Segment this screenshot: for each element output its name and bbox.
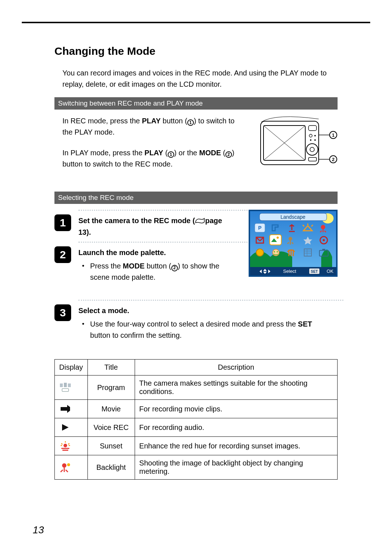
section-header-selecting: Selecting the REC mode bbox=[54, 192, 338, 204]
callout-2: 2 bbox=[332, 157, 334, 162]
set-label: SET bbox=[298, 320, 312, 328]
svg-point-27 bbox=[323, 239, 325, 241]
th-display: Display bbox=[55, 360, 88, 376]
svg-point-47 bbox=[62, 463, 66, 468]
backlight-icon bbox=[55, 455, 88, 480]
ref-1-icon: 1 bbox=[187, 119, 194, 126]
table-row: Backlight Shooting the image of backligh… bbox=[55, 455, 338, 480]
section-header-switching: Switching between REC mode and PLAY mode bbox=[54, 97, 338, 110]
step-2-text: Launch the mode palette. Press the MODE … bbox=[78, 246, 234, 283]
cell-title: Sunset bbox=[87, 437, 135, 455]
svg-rect-40 bbox=[60, 383, 63, 387]
page-title: Changing the Mode bbox=[54, 45, 338, 57]
svg-point-48 bbox=[67, 463, 70, 466]
svg-rect-43 bbox=[62, 389, 69, 391]
svg-point-30 bbox=[274, 251, 275, 253]
table-header-row: Display Title Description bbox=[55, 360, 338, 376]
step-2-head: Launch the mode palette. bbox=[78, 247, 234, 258]
sunset-icon bbox=[55, 437, 88, 455]
mode-label: MODE bbox=[199, 149, 221, 157]
intro-text: You can record images and voices in the … bbox=[62, 67, 338, 90]
svg-point-25 bbox=[289, 237, 292, 241]
ref-2-icon: 2 bbox=[171, 265, 178, 271]
t: button to confirm the setting. bbox=[90, 331, 181, 339]
palette-title: Landscape bbox=[281, 214, 306, 220]
t: Use the four-way control to select a des… bbox=[90, 320, 298, 328]
t: button ( bbox=[144, 262, 171, 270]
cell-desc: Shooting the image of backlight object b… bbox=[135, 455, 337, 480]
t: Set the camera to the REC mode ( bbox=[78, 217, 195, 225]
cell-desc: For recording audio. bbox=[135, 418, 337, 437]
table-row: Program The camera makes settings suitab… bbox=[55, 376, 338, 400]
step-3-text: Select a mode. Use the four-way control … bbox=[78, 304, 332, 341]
voice-icon bbox=[55, 418, 88, 437]
svg-point-9 bbox=[310, 139, 311, 141]
svg-point-44 bbox=[64, 444, 67, 447]
palette-select-label: Select bbox=[283, 268, 297, 274]
callout-1: 1 bbox=[332, 132, 334, 138]
movie-icon bbox=[55, 400, 88, 418]
t: button ( bbox=[161, 117, 187, 125]
page-number: 13 bbox=[33, 524, 44, 536]
svg-point-24 bbox=[277, 237, 279, 239]
cell-title: Movie bbox=[87, 400, 135, 418]
divider bbox=[78, 210, 253, 211]
svg-rect-42 bbox=[68, 383, 71, 387]
step-3-head: Select a mode. bbox=[78, 305, 332, 316]
svg-rect-23 bbox=[270, 235, 281, 245]
t: In REC mode, press the bbox=[62, 117, 142, 125]
cell-desc: For recording movie clips. bbox=[135, 400, 337, 418]
svg-point-5 bbox=[310, 147, 314, 152]
svg-rect-37 bbox=[322, 249, 325, 250]
table-row: Movie For recording movie clips. bbox=[55, 400, 338, 418]
modes-table: Display Title Description Program The ca… bbox=[54, 359, 338, 480]
svg-point-28 bbox=[256, 249, 264, 256]
cell-desc: The camera makes settings suitable for t… bbox=[135, 376, 337, 400]
step-3-bullet: Use the four-way control to select a des… bbox=[82, 319, 332, 341]
t: ( bbox=[163, 149, 168, 157]
mode-label: MODE bbox=[123, 262, 144, 270]
table-row: Sunset Enhance the red hue for recording… bbox=[55, 437, 338, 455]
camera-diagram: 1 2 bbox=[254, 113, 341, 178]
svg-point-8 bbox=[314, 135, 316, 136]
t: ( bbox=[221, 149, 225, 157]
step-2-number: 2 bbox=[54, 246, 71, 263]
svg-rect-41 bbox=[64, 383, 67, 387]
svg-point-10 bbox=[314, 139, 316, 141]
t: ) or the bbox=[174, 149, 199, 157]
play-label: PLAY bbox=[142, 117, 161, 125]
th-title: Title bbox=[87, 360, 135, 376]
palette-set-label: SET bbox=[311, 270, 318, 274]
step-1-number: 1 bbox=[54, 214, 71, 231]
step-3-number: 3 bbox=[54, 304, 71, 321]
page-ref-icon bbox=[195, 216, 205, 227]
switch-text-1: In REC mode, press the PLAY button (1) t… bbox=[62, 115, 240, 138]
divider bbox=[78, 300, 343, 301]
mode-palette-screenshot: Landscape P bbox=[249, 210, 338, 277]
divider bbox=[78, 242, 253, 243]
palette-ok-label: OK bbox=[327, 268, 334, 274]
svg-rect-11 bbox=[309, 157, 317, 161]
step-2-bullet: Press the MODE button (2) to show the sc… bbox=[82, 260, 234, 283]
cell-title: Backlight bbox=[87, 455, 135, 480]
table-row: Voice REC For recording audio. bbox=[55, 418, 338, 437]
play-label: PLAY bbox=[144, 149, 163, 157]
t: Press the bbox=[90, 262, 123, 270]
ref-1-icon: 1 bbox=[168, 151, 174, 158]
cell-desc: Enhance the red hue for recording sunset… bbox=[135, 437, 337, 455]
t: In PLAY mode, press the bbox=[62, 149, 144, 157]
step-1-text: Set the camera to the REC mode (page 13)… bbox=[78, 214, 234, 238]
svg-point-22 bbox=[321, 225, 325, 229]
ref-2-icon: 2 bbox=[225, 151, 232, 158]
cell-title: Voice REC bbox=[87, 418, 135, 437]
svg-text:P: P bbox=[258, 225, 261, 231]
svg-point-31 bbox=[277, 251, 278, 253]
switch-text-2: In PLAY mode, press the PLAY (1) or the … bbox=[62, 147, 240, 170]
th-description: Description bbox=[135, 360, 337, 376]
cell-title: Program bbox=[87, 376, 135, 400]
program-icon bbox=[55, 376, 88, 400]
svg-rect-6 bbox=[309, 126, 317, 131]
